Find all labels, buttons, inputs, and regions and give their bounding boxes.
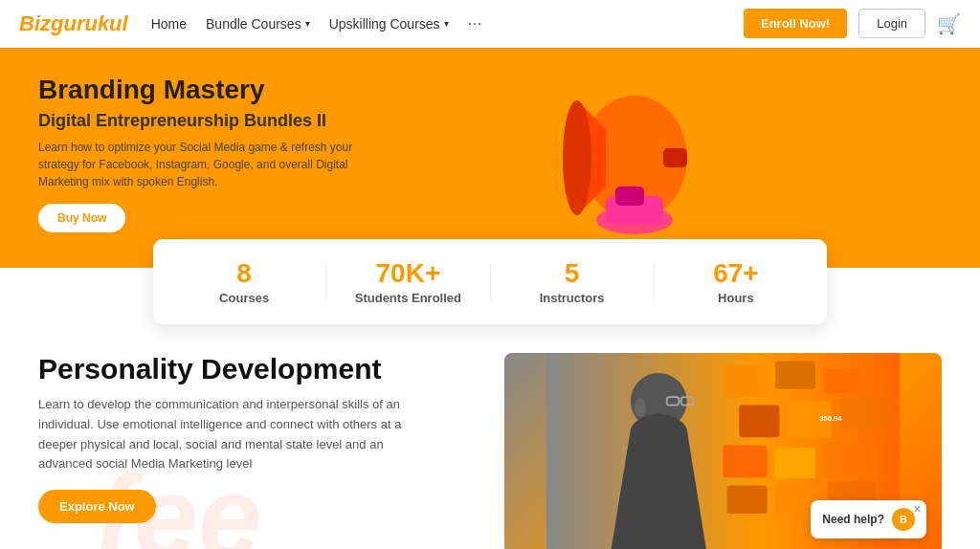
chevron-down-icon: ▾	[444, 18, 449, 29]
svg-rect-5	[615, 187, 644, 206]
hero-section: Branding Mastery Digital Entrepreneurshi…	[0, 48, 980, 268]
logo[interactable]: Bizgurukul	[19, 11, 128, 36]
hero-description: Learn how to optimize your Social Media …	[38, 139, 364, 190]
svg-rect-17	[724, 446, 768, 478]
more-options-icon[interactable]: ···	[468, 13, 482, 33]
bottom-right-image: 356.94 ✕ Need help? B	[504, 353, 942, 549]
stat-students-number: 70K+	[326, 258, 489, 289]
svg-rect-19	[824, 441, 877, 477]
bottom-section: Personality Development Learn to develop…	[0, 324, 980, 549]
enroll-button[interactable]: Enroll Now!	[744, 9, 847, 38]
stat-courses-label: Courses	[163, 291, 325, 305]
svg-rect-11	[724, 365, 768, 398]
svg-rect-13	[824, 369, 860, 393]
svg-rect-16	[839, 397, 887, 429]
stat-courses-number: 8	[163, 258, 325, 289]
bottom-description: Learn to develop the communication and i…	[38, 395, 402, 474]
navbar-left: Bizgurukul Home Bundle Courses ▾ Upskill…	[19, 11, 482, 36]
chevron-down-icon: ▾	[305, 18, 310, 29]
svg-point-23	[635, 398, 646, 417]
navbar-right: Enroll Now! Login 🛒	[744, 9, 961, 38]
chat-label: Need help?	[822, 513, 884, 526]
svg-rect-20	[727, 486, 768, 514]
hero-title: Branding Mastery	[38, 75, 501, 105]
hero-image-area	[539, 48, 730, 268]
svg-rect-2	[663, 148, 687, 167]
logo-text: Bizgurukul	[19, 11, 128, 35]
stat-instructors-label: Instructors	[491, 291, 654, 305]
stat-hours: 67+ Hours	[655, 258, 817, 305]
stat-students-label: Students Enrolled	[326, 291, 489, 305]
bottom-title: Personality Development	[38, 353, 476, 385]
bottom-left: Personality Development Learn to develop…	[38, 353, 476, 549]
svg-point-1	[563, 100, 591, 215]
svg-rect-12	[775, 361, 815, 388]
stat-hours-number: 67+	[655, 258, 817, 289]
nav-links: Home Bundle Courses ▾ Upskilling Courses…	[151, 13, 482, 33]
hero-right-bar	[730, 48, 893, 268]
stat-instructors-number: 5	[491, 258, 654, 289]
hero-subtitle: Digital Entrepreneurship Bundles II	[38, 111, 501, 131]
chat-logo: B	[892, 508, 915, 531]
login-button[interactable]: Login	[858, 9, 925, 38]
navbar: Bizgurukul Home Bundle Courses ▾ Upskill…	[0, 0, 980, 48]
svg-rect-18	[775, 448, 815, 478]
svg-text:356.94: 356.94	[819, 414, 842, 423]
chat-close-icon[interactable]: ✕	[913, 504, 921, 515]
explore-button[interactable]: Explore Now	[38, 490, 156, 523]
stat-students: 70K+ Students Enrolled	[326, 258, 489, 305]
stat-hours-label: Hours	[655, 291, 817, 305]
hero-content: Branding Mastery Digital Entrepreneurshi…	[0, 48, 539, 268]
stat-courses: 8 Courses	[163, 258, 325, 305]
chat-bubble[interactable]: ✕ Need help? B	[811, 500, 926, 538]
buy-now-button[interactable]: Buy Now	[38, 204, 125, 232]
nav-upskilling-courses[interactable]: Upskilling Courses ▾	[329, 16, 449, 32]
megaphone-illustration	[558, 72, 711, 244]
nav-home[interactable]: Home	[151, 16, 187, 32]
cart-icon[interactable]: 🛒	[937, 12, 961, 35]
stat-instructors: 5 Instructors	[491, 258, 654, 305]
stats-bar: 8 Courses 70K+ Students Enrolled 5 Instr…	[153, 239, 827, 324]
svg-rect-14	[739, 406, 779, 438]
nav-bundle-courses[interactable]: Bundle Courses ▾	[206, 16, 310, 32]
